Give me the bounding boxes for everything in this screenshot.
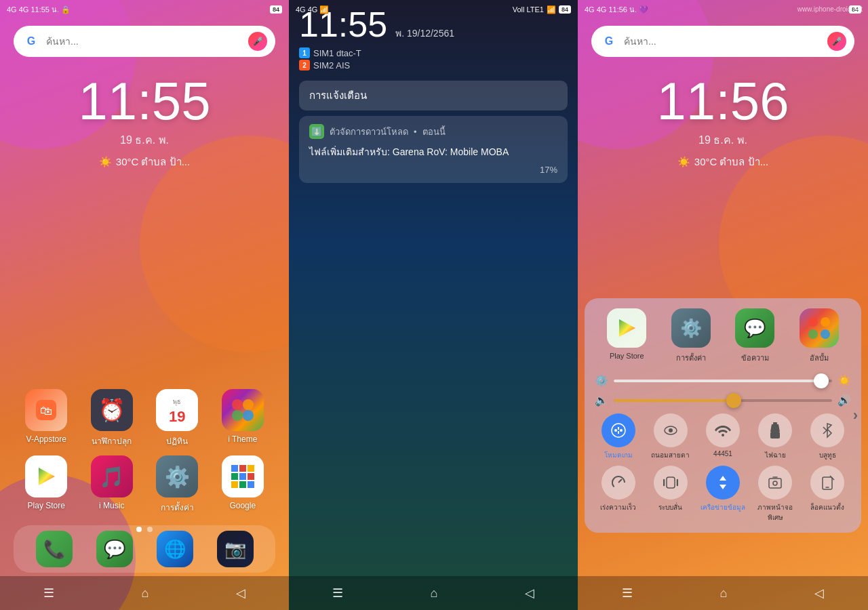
cc-toggle-wifi-44451[interactable]: 44451 <box>699 413 746 460</box>
mic-icon[interactable]: 🎤 <box>248 32 267 51</box>
panel-control-center: www.iphone-droid.net 4G 4G 11:56 น. 💜 84… <box>578 0 868 610</box>
cc-toggle-bluetooth-btn[interactable] <box>810 413 844 447</box>
battery-badge-2: 84 <box>559 5 571 14</box>
cc-toggle-rotation-btn[interactable] <box>810 466 844 500</box>
cc-toggle-data[interactable]: เครือข่ายข้อมูล <box>699 466 746 523</box>
search-bar-3[interactable]: G 🎤 <box>591 26 854 57</box>
cc-toggle-vibrate-btn[interactable] <box>654 466 688 500</box>
svg-point-19 <box>808 329 818 339</box>
volume-slider[interactable] <box>614 399 832 402</box>
cc-app-album[interactable]: อัลบั้ม <box>800 308 839 364</box>
cc-toggle-data-btn[interactable] <box>706 466 740 500</box>
nav-menu-btn[interactable]: ☰ <box>33 582 64 604</box>
app-item-imusic[interactable]: 🎵 i Music <box>85 455 139 514</box>
cc-app-message[interactable]: 💬 ข้อความ <box>735 308 774 364</box>
app-item-calendar[interactable]: พุธ 19 ปฏิทิน <box>150 389 204 447</box>
svg-marker-16 <box>619 319 635 337</box>
search-input-3[interactable] <box>624 36 822 47</box>
cc-toggle-eye-care[interactable]: ถนอมสายตา <box>647 413 694 460</box>
cc-toggle-screenshot-btn[interactable] <box>758 466 792 500</box>
cc-toggle-wifi-btn[interactable] <box>706 413 740 447</box>
svg-point-2 <box>232 399 243 410</box>
app-label-calendar: ปฏิทิน <box>166 434 188 447</box>
cc-label-playstore: Play Store <box>610 352 644 360</box>
svg-rect-29 <box>773 422 777 424</box>
nav-back-btn-2[interactable]: ◁ <box>515 582 545 604</box>
app-row-1: 🛍 V-Appstore ⏰ นาฬิกาปลุก พุธ 19 ปฏิทิน <box>14 389 275 447</box>
cc-label-game-mode: โหมดเกม <box>604 450 633 460</box>
status-left-3: 4G 4G 11:56 น. 💜 <box>585 3 648 16</box>
notif-time-label: ตอนนี้ <box>422 125 446 139</box>
app-icon-google <box>222 455 264 497</box>
cc-toggle-game-mode[interactable]: โหมดเกม <box>595 413 642 460</box>
svg-text:🛍: 🛍 <box>40 404 52 418</box>
cc-toggle-bluetooth[interactable]: บลูทูธ <box>804 413 851 460</box>
svg-point-36 <box>773 481 777 485</box>
svg-point-28 <box>722 434 724 436</box>
battery-badge: 84 <box>270 5 282 14</box>
brightness-slider[interactable] <box>614 380 832 382</box>
cc-toggle-game-btn[interactable] <box>601 413 635 447</box>
sim1-label: SIM1 dtac-T <box>313 48 361 58</box>
dock-item-browser[interactable]: 🌐 <box>148 531 202 567</box>
dock-icon-browser: 🌐 <box>157 531 193 567</box>
status-network-name-2: Voll LTE1 <box>513 5 544 14</box>
cc-label-message: ข้อความ <box>741 352 769 364</box>
svg-point-23 <box>620 429 623 432</box>
search-bar[interactable]: G 🎤 <box>14 26 275 57</box>
app-icon-imusic: 🎵 <box>91 455 133 497</box>
notif-app-name: ตัวจัดการดาวน์โหลด <box>330 125 408 139</box>
nav-back-btn-3[interactable]: ◁ <box>804 582 834 604</box>
cc-app-settings[interactable]: ⚙️ การตั้งค่า <box>671 308 711 364</box>
svg-rect-25 <box>618 431 619 434</box>
mic-icon-3[interactable]: 🎤 <box>827 32 846 51</box>
nav-back-btn[interactable]: ◁ <box>226 582 256 604</box>
svg-rect-35 <box>769 479 781 488</box>
cc-toggle-eye-btn[interactable] <box>654 413 688 447</box>
cc-chevron-right[interactable]: › <box>853 407 858 424</box>
status-bar: 4G 4G 11:55 น. 🔒 84 <box>0 0 289 19</box>
cc-toggle-speed-btn[interactable] <box>601 466 635 500</box>
nav-home-btn[interactable]: ⌂ <box>132 583 159 604</box>
app-item-google[interactable]: Google <box>216 455 270 514</box>
cc-app-playstore[interactable]: Play Store <box>607 308 646 364</box>
volume-thumb[interactable] <box>726 393 741 408</box>
svg-point-22 <box>614 429 617 432</box>
nav-home-btn-3[interactable]: ⌂ <box>710 583 738 604</box>
cc-toggle-rotation[interactable]: ล็อคแนวตั้ง <box>804 466 851 523</box>
app-item-itheme[interactable]: i Theme <box>216 389 270 447</box>
cc-toggle-screenshot[interactable]: ภาพหน้าจอพิเศษ <box>752 466 799 523</box>
app-item-vappstore[interactable]: 🛍 V-Appstore <box>19 389 73 447</box>
app-item-settings[interactable]: ⚙️ การตั้งค่า <box>150 455 204 514</box>
cc-label-eye-care: ถนอมสายตา <box>651 450 690 460</box>
cc-toggle-vibrate[interactable]: ระบบสั่น <box>647 466 694 523</box>
svg-marker-6 <box>39 468 55 485</box>
clock-time: 11:55 <box>0 75 289 127</box>
svg-rect-24 <box>618 427 619 430</box>
nav-menu-btn-2[interactable]: ☰ <box>322 582 353 604</box>
search-input[interactable] <box>46 36 243 47</box>
dock-item-phone[interactable]: 📞 <box>27 531 81 567</box>
cc-label-bluetooth: บลูทูธ <box>819 450 836 460</box>
dock-icon-message: 💬 <box>96 531 133 567</box>
weather-text-3: 30°C ตำบล ป้า... <box>694 154 768 170</box>
cc-label-screenshot: ภาพหน้าจอพิเศษ <box>752 502 799 523</box>
brightness-thumb[interactable] <box>814 373 829 388</box>
app-icon-calendar: พุธ 19 <box>156 389 198 431</box>
app-item-clock[interactable]: ⏰ นาฬิกาปลุก <box>85 389 139 447</box>
dock-item-message[interactable]: 💬 <box>87 531 142 567</box>
nav-menu-btn-3[interactable]: ☰ <box>612 582 643 604</box>
nav-home-btn-2[interactable]: ⌂ <box>420 583 448 604</box>
cc-toggle-flashlight[interactable]: ไฟฉาย <box>752 413 799 460</box>
svg-rect-13 <box>231 481 238 488</box>
cc-toggle-flashlight-btn[interactable] <box>758 413 792 447</box>
clock-area-3: 11:56 19 ธ.ค. พ. ☀️ 30°C ตำบล ป้า... <box>578 75 868 170</box>
cc-toggle-speed[interactable]: เร่งความเร็ว <box>595 466 642 523</box>
app-item-playstore[interactable]: Play Store <box>19 455 73 514</box>
app-icon-itheme <box>222 389 264 431</box>
cc-icon-settings: ⚙️ <box>671 308 711 348</box>
notif-card[interactable]: ⬇️ ตัวจัดการดาวน์โหลด • ตอนนี้ ไฟล์เพิ่ม… <box>299 116 568 183</box>
sim2-badge: 2 <box>299 60 310 70</box>
app-row-2: Play Store 🎵 i Music ⚙️ การตั้งค่า <box>14 455 275 514</box>
dock-item-camera[interactable]: 📷 <box>208 531 262 567</box>
